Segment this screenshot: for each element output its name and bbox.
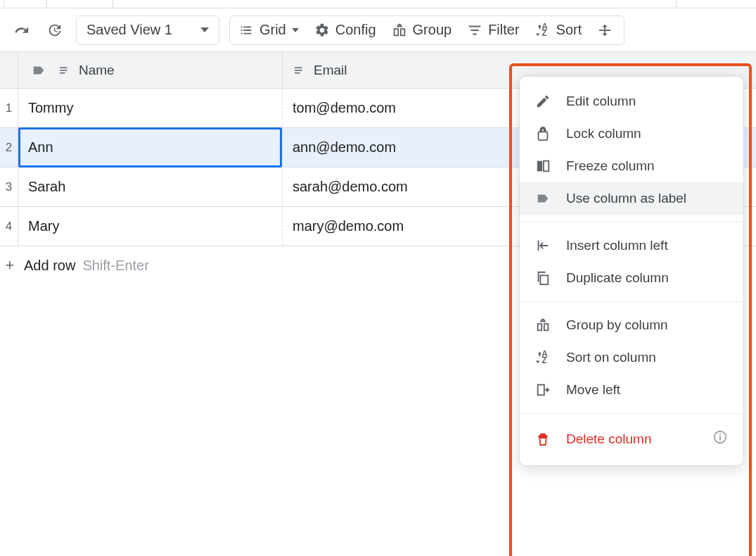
column-header-name[interactable]: Name: [18, 52, 283, 88]
cell-value: sarah@demo.com: [293, 179, 408, 195]
text-type-icon: [293, 64, 305, 77]
chevron-down-icon: [200, 27, 209, 32]
insert-left-icon: [535, 238, 551, 253]
menu-item-label: Insert column left: [566, 238, 668, 253]
sort-az-icon: [535, 23, 551, 38]
history-icon: [46, 23, 62, 38]
menu-move-left[interactable]: Move left: [520, 374, 743, 406]
sort-label: Sort: [556, 22, 582, 38]
menu-duplicate-column[interactable]: Duplicate column: [520, 262, 743, 294]
menu-freeze-column[interactable]: Freeze column: [520, 150, 743, 182]
column-email-label: Email: [314, 63, 347, 78]
label-icon: [28, 60, 49, 81]
menu-item-label: Move left: [566, 382, 620, 398]
row-number: 4: [0, 207, 18, 246]
add-row-hint: Shift-Enter: [82, 258, 148, 274]
group-button[interactable]: Group: [385, 18, 459, 43]
cell-name[interactable]: Tommy: [18, 89, 283, 127]
config-button[interactable]: Config: [307, 18, 383, 43]
row-number: 1: [0, 89, 18, 127]
chevron-down-icon: [292, 28, 299, 32]
cell-value: ann@demo.com: [293, 139, 396, 156]
row-number: 3: [0, 168, 18, 206]
collapse-button[interactable]: [590, 18, 620, 43]
collapse-icon: [597, 23, 613, 38]
menu-item-label: Lock column: [566, 126, 641, 141]
group-icon: [392, 23, 407, 38]
menu-item-label: Freeze column: [566, 158, 655, 174]
label-icon: [535, 191, 551, 206]
cell-name[interactable]: Ann: [18, 128, 283, 167]
text-type-icon: [58, 64, 70, 77]
redo-icon: [14, 23, 30, 38]
row-number-header: [0, 52, 18, 88]
plus-icon: +: [3, 256, 17, 274]
menu-separator: [520, 222, 743, 222]
menu-item-label: Group by column: [566, 317, 668, 333]
gear-icon: [314, 23, 330, 38]
menu-insert-left[interactable]: Insert column left: [520, 229, 743, 262]
cell-value: Mary: [28, 218, 59, 234]
cell-name[interactable]: Sarah: [18, 168, 283, 206]
layout-label: Grid: [260, 22, 286, 38]
menu-item-label: Edit column: [566, 94, 636, 109]
menu-lock-column[interactable]: Lock column: [520, 118, 743, 150]
sort-button[interactable]: Sort: [528, 18, 589, 43]
menu-edit-column[interactable]: Edit column: [520, 85, 743, 118]
row-number: 2: [0, 128, 18, 167]
menu-use-as-label[interactable]: Use column as label: [520, 182, 743, 215]
view-select[interactable]: Saved View 1: [76, 15, 219, 45]
grid-icon: [238, 23, 254, 38]
info-icon-wrapper[interactable]: [712, 429, 728, 448]
cell-value: Tommy: [28, 100, 73, 116]
menu-separator: [520, 301, 743, 302]
column-context-menu: Edit column Lock column Freeze column Us…: [519, 76, 744, 466]
column-name-label: Name: [79, 63, 115, 78]
info-icon: [712, 429, 728, 445]
view-name: Saved View 1: [87, 22, 172, 38]
add-row-label: Add row: [24, 258, 75, 274]
filter-label: Filter: [488, 22, 519, 38]
menu-sort-on[interactable]: Sort on column: [520, 341, 743, 374]
menu-item-label: Delete column: [566, 431, 651, 447]
view-tools-group: Grid Config Group Filter Sort: [229, 15, 624, 45]
cell-name[interactable]: Mary: [18, 207, 283, 246]
cell-value: tom@demo.com: [293, 100, 396, 116]
config-label: Config: [335, 22, 376, 38]
lock-icon: [535, 126, 551, 141]
sort-az-icon: [535, 350, 551, 365]
move-left-icon: [535, 382, 551, 398]
menu-item-label: Duplicate column: [566, 270, 669, 286]
group-label: Group: [413, 22, 452, 38]
toolbar: Saved View 1 Grid Config Group Filter So…: [0, 8, 756, 52]
menu-group-by[interactable]: Group by column: [520, 309, 743, 341]
redo-button[interactable]: [7, 16, 37, 44]
duplicate-icon: [535, 270, 551, 286]
filter-button[interactable]: Filter: [460, 18, 526, 43]
menu-separator: [520, 413, 743, 414]
cell-value: Sarah: [28, 179, 65, 195]
pencil-icon: [535, 94, 551, 109]
menu-item-label: Sort on column: [566, 350, 656, 365]
history-button[interactable]: [39, 16, 69, 44]
layout-select[interactable]: Grid: [231, 18, 306, 43]
cell-value: mary@demo.com: [293, 218, 404, 234]
menu-item-label: Use column as label: [566, 191, 686, 206]
trash-icon: [535, 431, 551, 447]
group-icon: [535, 317, 551, 333]
cell-value: Ann: [28, 139, 53, 156]
freeze-icon: [535, 158, 551, 174]
menu-delete-column[interactable]: Delete column: [520, 421, 743, 457]
filter-icon: [467, 23, 482, 38]
